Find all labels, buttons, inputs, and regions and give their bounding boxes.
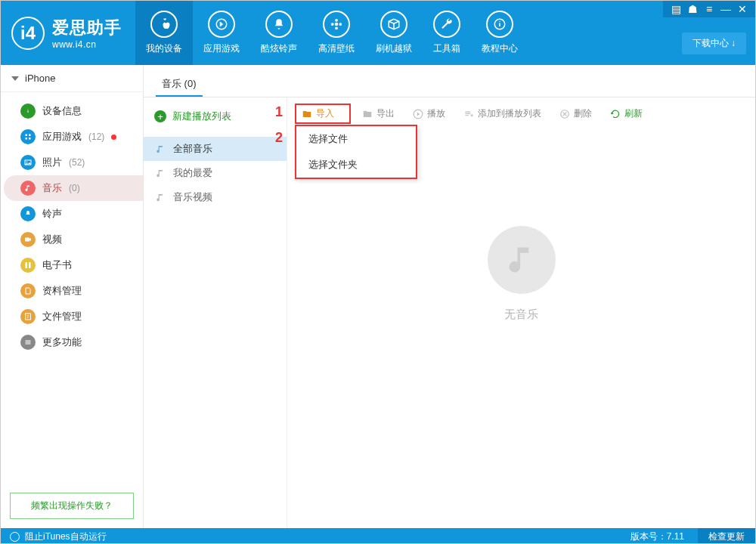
delete-button[interactable]: 删除 <box>553 104 599 124</box>
play-label: 播放 <box>427 107 445 120</box>
bell-icon <box>20 206 36 221</box>
device-selector[interactable]: iPhone <box>1 65 143 92</box>
nav-wrench[interactable]: 工具箱 <box>423 1 471 65</box>
app-title: 爱思助手 <box>52 17 122 39</box>
export-label: 导出 <box>376 107 395 120</box>
tab-music[interactable]: 音乐 (0) <box>156 73 203 97</box>
import-button[interactable]: 导入 <box>295 104 351 124</box>
nav-box[interactable]: 刷机越狱 <box>365 1 423 65</box>
add-icon <box>463 109 474 119</box>
import-label: 导入 <box>316 107 334 120</box>
playlist-item[interactable]: 全部音乐 <box>144 137 287 161</box>
sidebar-item-data[interactable]: 资料管理 <box>4 278 143 304</box>
logo: i4 爱思助手 www.i4.cn <box>1 1 135 65</box>
playlist-column: + 新建播放列表 全部音乐我的最爱音乐视频 <box>144 97 287 528</box>
nav-apple[interactable]: 我的设备 <box>135 1 193 65</box>
notification-dot <box>111 134 116 140</box>
sidebar-count: (52) <box>69 157 85 168</box>
sidebar-label: 文件管理 <box>42 310 82 323</box>
svg-rect-17 <box>26 344 31 345</box>
svg-point-12 <box>26 162 28 163</box>
svg-point-1 <box>335 23 339 26</box>
sidebar-label: 照片 <box>42 156 62 169</box>
dropdown-select-file[interactable]: 选择文件 <box>296 126 416 152</box>
svg-rect-7 <box>26 134 28 137</box>
faq-button[interactable]: 频繁出现操作失败？ <box>10 493 134 519</box>
status-bar: 阻止iTunes自动运行 版本号：7.11 检查更新 <box>1 528 755 544</box>
nav-label: 工具箱 <box>433 42 460 55</box>
sidebar-item-info[interactable]: 设备信息 <box>4 98 143 124</box>
playlist-label: 我的最爱 <box>173 166 212 180</box>
app-subtitle: www.i4.cn <box>52 39 122 50</box>
svg-rect-8 <box>29 134 31 137</box>
info-icon <box>20 104 36 119</box>
sidebar-item-photo[interactable]: 照片 (52) <box>4 150 143 175</box>
svg-point-3 <box>335 26 338 29</box>
sidebar-label: 应用游戏 <box>42 130 82 144</box>
nav-bell[interactable]: 酷炫铃声 <box>250 1 308 65</box>
nav-flower[interactable]: 高清壁纸 <box>308 1 365 65</box>
svg-point-5 <box>339 23 342 26</box>
export-button[interactable]: 导出 <box>355 104 401 124</box>
nav-label: 高清壁纸 <box>318 42 355 55</box>
sidebar-item-video[interactable]: 视频 <box>4 227 143 252</box>
box-icon <box>380 11 407 38</box>
block-itunes-icon[interactable] <box>10 532 20 542</box>
sidebar-label: 电子书 <box>42 258 72 272</box>
sidebar-item-file[interactable]: 文件管理 <box>4 304 143 329</box>
add-to-playlist-button[interactable]: 添加到播放列表 <box>457 104 548 124</box>
sidebar-item-book[interactable]: 电子书 <box>4 252 143 278</box>
new-playlist-button[interactable]: + 新建播放列表 <box>144 105 287 128</box>
nav-label: 刷机越狱 <box>376 42 412 55</box>
menu-icon[interactable]: ≡ <box>701 3 717 15</box>
sidebar-label: 更多功能 <box>42 335 82 349</box>
photo-icon <box>20 155 36 170</box>
sidebar-label: 设备信息 <box>42 104 82 118</box>
sidebar-item-apps[interactable]: 应用游戏 (12) <box>4 124 143 150</box>
check-update-button[interactable]: 检查更新 <box>698 528 755 544</box>
sidebar-item-music[interactable]: 音乐 (0) <box>4 175 143 201</box>
refresh-button[interactable]: 刷新 <box>603 104 649 124</box>
dropdown-select-folder[interactable]: 选择文件夹 <box>296 152 416 178</box>
close-button[interactable]: ✕ <box>734 3 751 15</box>
nav-label: 应用游戏 <box>203 42 240 55</box>
svg-point-2 <box>335 19 338 22</box>
nav-label: 我的设备 <box>146 42 182 55</box>
playlist-item[interactable]: 我的最爱 <box>144 161 287 185</box>
video-icon <box>20 232 36 247</box>
block-itunes-label[interactable]: 阻止iTunes自动运行 <box>25 530 107 543</box>
svg-point-4 <box>331 23 334 26</box>
song-column: 1 2 导入 导出 播放 <box>287 97 755 528</box>
sidebar-count: (12) <box>88 131 104 142</box>
annotation-2: 2 <box>275 131 283 144</box>
chat-icon[interactable]: ▤ <box>668 3 684 15</box>
nav-apps[interactable]: 应用游戏 <box>193 1 250 65</box>
empty-state: 无音乐 <box>287 226 755 322</box>
svg-rect-9 <box>26 138 28 140</box>
version-label: 版本号：7.11 <box>631 530 684 543</box>
download-center-button[interactable]: 下载中心 ↓ <box>682 32 746 54</box>
play-button[interactable]: 播放 <box>406 104 452 124</box>
apps-icon <box>208 11 235 38</box>
playlist-item[interactable]: 音乐视频 <box>144 185 287 209</box>
playlist-label: 音乐视频 <box>173 190 212 204</box>
flower-icon <box>323 11 350 38</box>
content: 音乐 (0) + 新建播放列表 全部音乐我的最爱音乐视频 1 2 导入 <box>144 65 755 528</box>
minimize-button[interactable]: — <box>717 3 734 15</box>
sidebar-label: 资料管理 <box>42 284 82 298</box>
music-empty-icon <box>488 226 556 294</box>
play-icon <box>413 109 423 119</box>
shirt-icon[interactable]: ☗ <box>684 3 701 15</box>
refresh-label: 刷新 <box>624 107 643 120</box>
delete-icon <box>559 109 570 119</box>
sidebar-item-more[interactable]: 更多功能 <box>4 329 143 355</box>
svg-rect-13 <box>25 238 29 242</box>
logo-icon: i4 <box>11 17 45 50</box>
import-icon <box>302 109 312 119</box>
new-playlist-label: 新建播放列表 <box>172 110 231 123</box>
nav-info[interactable]: 教程中心 <box>471 1 528 65</box>
main-area: iPhone 设备信息应用游戏 (12)照片 (52)音乐 (0)铃声视频电子书… <box>1 65 755 528</box>
plus-icon: + <box>154 110 166 122</box>
svg-rect-15 <box>26 341 31 342</box>
sidebar-item-bell[interactable]: 铃声 <box>4 201 143 227</box>
